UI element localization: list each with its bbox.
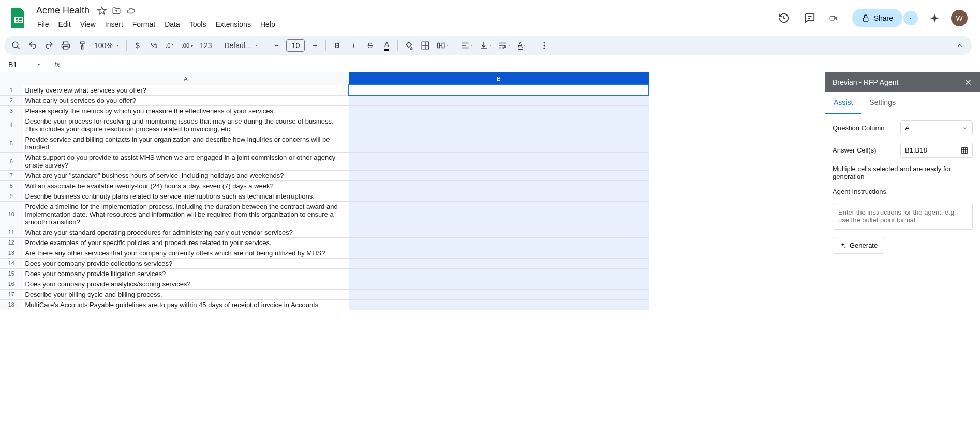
tab-settings[interactable]: Settings <box>861 92 904 114</box>
menu-help[interactable]: Help <box>256 18 279 31</box>
cell[interactable] <box>349 299 649 310</box>
menu-insert[interactable]: Insert <box>101 18 127 31</box>
cell[interactable]: What support do you provide to assist MH… <box>23 152 349 170</box>
text-rotation-button[interactable]: A <box>514 38 530 53</box>
cell[interactable] <box>349 191 649 201</box>
cell[interactable]: Describe your billing cycle and billing … <box>23 289 349 299</box>
menu-data[interactable]: Data <box>160 18 184 31</box>
gemini-icon[interactable] <box>925 9 944 27</box>
merge-cells-button[interactable] <box>434 38 452 53</box>
cell[interactable] <box>349 152 649 170</box>
row-header[interactable]: 9 <box>0 191 23 201</box>
account-avatar[interactable]: W <box>951 10 968 26</box>
generate-button[interactable]: Generate <box>833 237 884 254</box>
cell[interactable]: What are your "standard" business hours … <box>23 170 349 180</box>
cell[interactable] <box>349 201 649 227</box>
answer-cells-input[interactable]: B1:B18 <box>900 143 973 158</box>
cell[interactable]: Provide service and billing contacts in … <box>23 134 349 152</box>
cell[interactable] <box>349 170 649 180</box>
cell[interactable]: Does your company provide litigation ser… <box>23 268 349 279</box>
menu-file[interactable]: File <box>33 18 53 31</box>
cell[interactable]: Please specify the metrics by which you … <box>23 105 349 116</box>
cell[interactable] <box>349 95 649 105</box>
cell[interactable]: Are there any other services that your c… <box>23 248 349 258</box>
cell[interactable]: Provide examples of your specific polici… <box>23 237 349 248</box>
text-color-button[interactable]: A <box>379 38 394 53</box>
cell[interactable] <box>349 279 649 289</box>
number-format-button[interactable]: 123 <box>198 38 214 53</box>
undo-icon[interactable] <box>25 38 40 53</box>
menu-format[interactable]: Format <box>128 18 159 31</box>
cell[interactable] <box>349 289 649 299</box>
row-header[interactable]: 12 <box>0 237 23 248</box>
tab-assist[interactable]: Assist <box>825 92 861 114</box>
cell[interactable] <box>349 258 649 268</box>
print-icon[interactable] <box>58 38 73 53</box>
cell[interactable] <box>349 134 649 152</box>
more-toolbar-icon[interactable] <box>537 38 552 53</box>
cell[interactable]: What early out services do you offer? <box>23 95 349 105</box>
cell[interactable]: Does your company provide analytics/scor… <box>23 279 349 289</box>
row-header[interactable]: 1 <box>0 85 23 95</box>
cloud-status-icon[interactable] <box>126 6 136 16</box>
cell[interactable]: Describe your process for resolving and … <box>23 116 349 134</box>
question-column-select[interactable]: A <box>900 120 973 135</box>
cell[interactable]: Does your company provide collections se… <box>23 258 349 268</box>
cell[interactable] <box>349 180 649 191</box>
row-header[interactable]: 18 <box>0 299 23 310</box>
increase-decimal-button[interactable]: .00 <box>180 38 197 53</box>
search-menu-icon[interactable] <box>8 38 24 53</box>
row-header[interactable]: 16 <box>0 279 23 289</box>
comments-icon[interactable] <box>800 9 819 27</box>
bold-button[interactable]: B <box>329 38 345 53</box>
paint-format-icon[interactable] <box>75 38 90 53</box>
agent-instructions-input[interactable] <box>833 203 973 230</box>
cell[interactable]: Describe business continuity plans relat… <box>23 191 349 201</box>
name-box[interactable]: B1 <box>4 59 46 70</box>
cell[interactable] <box>349 237 649 248</box>
menu-tools[interactable]: Tools <box>185 18 211 31</box>
cell[interactable] <box>349 227 649 237</box>
row-header[interactable]: 11 <box>0 227 23 237</box>
row-header[interactable]: 3 <box>0 105 23 116</box>
column-header-A[interactable]: A <box>23 72 349 85</box>
cell[interactable] <box>349 248 649 258</box>
borders-button[interactable] <box>418 38 433 53</box>
horizontal-align-button[interactable] <box>458 38 476 53</box>
cell[interactable]: Will an associate be available twenty-fo… <box>23 180 349 191</box>
decrease-font-size-button[interactable]: − <box>269 38 284 53</box>
row-header[interactable]: 4 <box>0 116 23 134</box>
share-button[interactable]: Share <box>852 9 902 27</box>
increase-font-size-button[interactable]: + <box>307 38 322 53</box>
row-header[interactable]: 8 <box>0 180 23 191</box>
star-icon[interactable] <box>97 6 107 16</box>
menu-extensions[interactable]: Extensions <box>211 18 255 31</box>
column-header-B[interactable]: B <box>349 72 649 85</box>
cell[interactable]: What are your standard operating procedu… <box>23 227 349 237</box>
document-title[interactable]: Acme Health <box>33 4 93 17</box>
menu-view[interactable]: View <box>76 18 100 31</box>
font-size-input[interactable] <box>286 39 305 52</box>
cell[interactable] <box>349 85 649 95</box>
row-header[interactable]: 17 <box>0 289 23 299</box>
cell[interactable]: Provide a timeline for the implementatio… <box>23 201 349 227</box>
row-header[interactable]: 6 <box>0 152 23 170</box>
font-family-select[interactable]: Defaul... <box>220 38 262 53</box>
row-header[interactable]: 10 <box>0 201 23 227</box>
move-folder-icon[interactable] <box>111 6 122 16</box>
row-header[interactable]: 13 <box>0 248 23 258</box>
percent-button[interactable]: % <box>146 38 162 53</box>
zoom-select[interactable]: 100% <box>91 38 123 53</box>
meet-button[interactable] <box>826 9 845 27</box>
collapse-toolbar-icon[interactable] <box>952 38 968 53</box>
cell[interactable] <box>349 105 649 116</box>
cell[interactable] <box>349 116 649 134</box>
sheets-logo[interactable] <box>8 8 29 28</box>
row-header[interactable]: 5 <box>0 134 23 152</box>
row-header[interactable]: 14 <box>0 258 23 268</box>
italic-button[interactable]: I <box>346 38 361 53</box>
strikethrough-button[interactable]: S <box>362 38 378 53</box>
cell[interactable]: Briefly overview what services you offer… <box>23 85 349 95</box>
close-icon[interactable] <box>963 78 973 87</box>
fill-color-button[interactable] <box>401 38 417 53</box>
